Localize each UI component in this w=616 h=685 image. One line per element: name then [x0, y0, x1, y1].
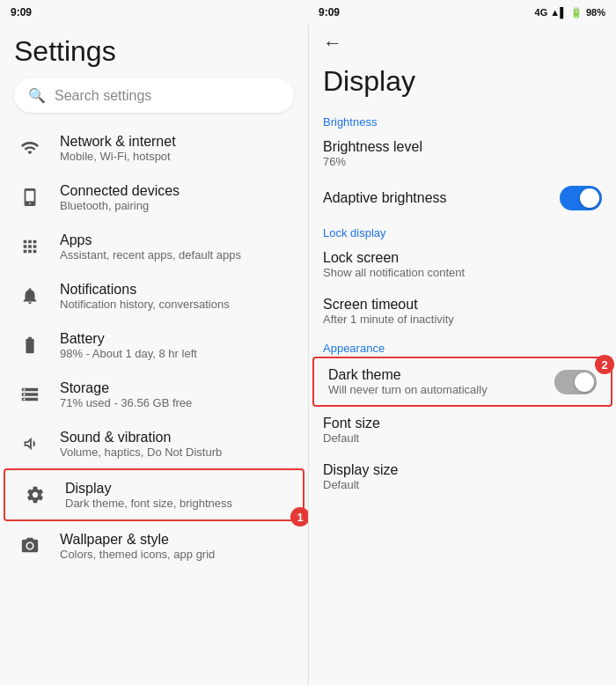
display-item-title-font-size: Font size — [323, 416, 380, 431]
settings-item-subtitle-storage: 71% used - 36.56 GB free — [60, 396, 192, 409]
settings-item-title-sound: Sound & vibration — [60, 430, 222, 446]
settings-item-text-apps: AppsAssistant, recent apps, default apps — [60, 232, 241, 261]
search-bar[interactable]: 🔍 Search settings — [14, 78, 294, 113]
settings-item-subtitle-notifications: Notification history, conversations — [60, 298, 230, 311]
settings-item-title-network: Network & internet — [60, 134, 176, 150]
display-item-subtitle-font-size: Default — [323, 431, 380, 445]
display-item-subtitle-display-size: Default — [323, 478, 398, 491]
settings-item-title-battery: Battery — [60, 331, 197, 347]
sound-icon — [14, 428, 46, 460]
toggle-dark-theme[interactable] — [554, 370, 597, 394]
display-item-title-lock-screen: Lock screen — [323, 250, 465, 266]
display-icon — [19, 479, 51, 511]
settings-item-display[interactable]: DisplayDark theme, font size, brightness… — [4, 468, 304, 521]
apps-icon — [14, 231, 46, 262]
toggle-thumb-dark-theme — [575, 372, 594, 392]
display-item-screen-timeout[interactable]: Screen timeoutAfter 1 minute of inactivi… — [309, 288, 616, 335]
display-item-brightness-level[interactable]: Brightness level76% — [309, 130, 616, 177]
display-item-title-display-size: Display size — [323, 462, 398, 478]
right-status-bar: 9:09 4G ▲▌ 🔋 98% — [308, 0, 616, 25]
search-placeholder: Search settings — [55, 88, 151, 104]
display-item-text-dark-theme: Dark themeWill never turn on automatical… — [328, 367, 488, 396]
signal-icon: 4G ▲▌ — [535, 7, 567, 18]
settings-item-title-apps: Apps — [60, 232, 241, 248]
settings-item-subtitle-display: Dark theme, font size, brightness — [65, 497, 232, 510]
settings-item-text-battery: Battery98% - About 1 day, 8 hr left — [60, 331, 197, 360]
wallpaper-icon — [14, 530, 46, 562]
settings-item-title-wallpaper: Wallpaper & style — [60, 532, 215, 548]
settings-item-subtitle-connected: Bluetooth, pairing — [60, 199, 180, 212]
settings-item-text-display: DisplayDark theme, font size, brightness — [65, 481, 232, 510]
wifi-icon — [14, 132, 46, 164]
settings-title: Settings — [0, 25, 308, 75]
display-item-text-font-size: Font sizeDefault — [323, 416, 380, 445]
display-item-text-brightness-level: Brightness level76% — [323, 139, 422, 168]
display-item-text-screen-timeout: Screen timeoutAfter 1 minute of inactivi… — [323, 297, 454, 326]
section-label-0: Brightness — [309, 108, 616, 130]
display-title: Display — [309, 62, 616, 108]
storage-icon — [14, 379, 46, 410]
display-list: BrightnessBrightness level76%Adaptive br… — [309, 108, 616, 685]
display-item-subtitle-lock-screen: Show all notification content — [323, 266, 465, 279]
display-item-title-dark-theme: Dark theme — [328, 367, 488, 383]
settings-item-text-connected: Connected devicesBluetooth, pairing — [60, 183, 180, 212]
devices-icon — [14, 181, 46, 213]
left-panel: Settings 🔍 Search settings Network & int… — [0, 25, 308, 685]
right-time: 9:09 — [319, 6, 340, 18]
display-item-text-display-size: Display sizeDefault — [323, 462, 398, 491]
bell-icon — [14, 280, 46, 312]
settings-item-text-sound: Sound & vibrationVolume, haptics, Do Not… — [60, 430, 222, 459]
display-item-subtitle-brightness-level: 76% — [323, 155, 422, 168]
search-bar-wrap: 🔍 Search settings — [0, 75, 308, 123]
settings-item-subtitle-battery: 98% - About 1 day, 8 hr left — [60, 347, 197, 360]
search-icon: 🔍 — [28, 87, 46, 104]
settings-item-connected[interactable]: Connected devicesBluetooth, pairing — [0, 173, 308, 222]
display-item-title-adaptive-brightness: Adaptive brightness — [323, 190, 447, 206]
badge-1: 1 — [290, 507, 308, 527]
display-item-text-lock-screen: Lock screenShow all notification content — [323, 250, 465, 279]
display-item-lock-screen[interactable]: Lock screenShow all notification content — [309, 241, 616, 288]
settings-list: Network & internetMobile, Wi-Fi, hotspot… — [0, 123, 308, 685]
right-panel: ← Display BrightnessBrightness level76%A… — [308, 25, 616, 685]
display-item-dark-theme[interactable]: Dark themeWill never turn on automatical… — [312, 357, 612, 407]
settings-item-title-notifications: Notifications — [60, 282, 230, 298]
left-status-bar: 9:09 — [0, 0, 308, 25]
settings-item-network[interactable]: Network & internetMobile, Wi-Fi, hotspot — [0, 123, 308, 173]
settings-item-subtitle-sound: Volume, haptics, Do Not Disturb — [60, 446, 222, 459]
settings-item-title-connected: Connected devices — [60, 183, 180, 199]
section-label-2: Appearance — [309, 335, 616, 357]
status-bars: 9:09 9:09 4G ▲▌ 🔋 98% — [0, 0, 616, 25]
battery-icon: 🔋 — [570, 7, 583, 18]
display-item-display-size[interactable]: Display sizeDefault — [309, 453, 616, 500]
display-item-subtitle-screen-timeout: After 1 minute of inactivity — [323, 313, 454, 326]
left-time: 9:09 — [11, 6, 32, 18]
toggle-thumb-adaptive-brightness — [580, 188, 599, 208]
settings-item-sound[interactable]: Sound & vibrationVolume, haptics, Do Not… — [0, 419, 308, 468]
settings-item-notifications[interactable]: NotificationsNotification history, conve… — [0, 271, 308, 320]
settings-item-battery[interactable]: Battery98% - About 1 day, 8 hr left — [0, 320, 308, 370]
battery-pct: 98% — [586, 7, 605, 18]
settings-item-subtitle-network: Mobile, Wi-Fi, hotspot — [60, 150, 176, 163]
badge-2: 2 — [595, 355, 614, 374]
settings-item-text-network: Network & internetMobile, Wi-Fi, hotspot — [60, 134, 176, 163]
settings-item-wallpaper[interactable]: Wallpaper & styleColors, themed icons, a… — [0, 521, 308, 571]
settings-item-text-wallpaper: Wallpaper & styleColors, themed icons, a… — [60, 532, 215, 561]
display-item-adaptive-brightness[interactable]: Adaptive brightness — [309, 177, 616, 219]
settings-item-subtitle-apps: Assistant, recent apps, default apps — [60, 248, 241, 261]
panels: Settings 🔍 Search settings Network & int… — [0, 25, 616, 685]
right-status-icons: 4G ▲▌ 🔋 98% — [535, 7, 605, 18]
display-item-title-screen-timeout: Screen timeout — [323, 297, 454, 313]
settings-item-storage[interactable]: Storage71% used - 36.56 GB free — [0, 370, 308, 419]
display-item-subtitle-dark-theme: Will never turn on automatically — [328, 383, 488, 396]
toggle-adaptive-brightness[interactable] — [560, 186, 602, 210]
settings-item-subtitle-wallpaper: Colors, themed icons, app grid — [60, 548, 215, 561]
settings-item-title-storage: Storage — [60, 380, 192, 396]
display-item-font-size[interactable]: Font sizeDefault — [309, 407, 616, 453]
display-item-text-adaptive-brightness: Adaptive brightness — [323, 190, 447, 206]
settings-item-text-storage: Storage71% used - 36.56 GB free — [60, 380, 192, 409]
section-label-1: Lock display — [309, 219, 616, 241]
back-button[interactable]: ← — [309, 25, 616, 62]
settings-item-apps[interactable]: AppsAssistant, recent apps, default apps — [0, 222, 308, 271]
settings-item-title-display: Display — [65, 481, 232, 497]
svg-point-0 — [27, 543, 33, 549]
